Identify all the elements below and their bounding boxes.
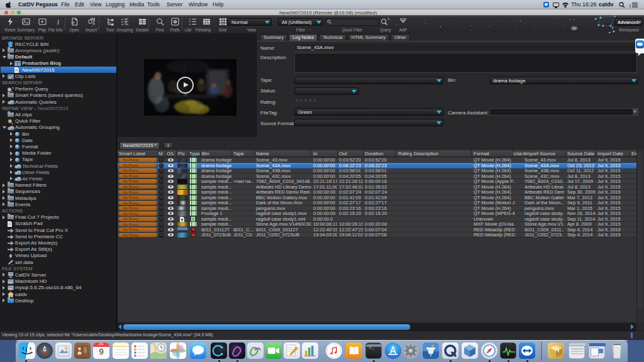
svg-text:?: ? xyxy=(12,87,14,90)
svg-text:?: ? xyxy=(387,18,389,21)
svg-text:i: i xyxy=(57,18,59,26)
